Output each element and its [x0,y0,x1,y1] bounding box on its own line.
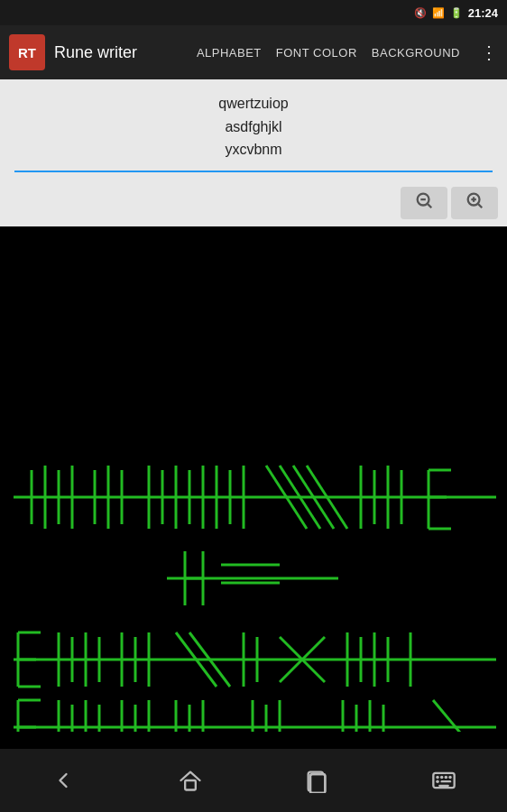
overflow-menu-icon[interactable]: ⋮ [480,42,498,63]
input-underline [14,171,493,172]
app-bar: RT Rune writer ALPHABET FONT COLOR BACKG… [0,25,507,79]
rune-svg [0,226,507,732]
battery-icon: 🔋 [450,7,463,19]
rune-canvas [0,226,507,732]
home-button[interactable] [168,758,213,803]
svg-rect-90 [310,774,325,793]
mute-icon: 🔇 [414,7,427,19]
text-input[interactable] [14,88,493,165]
zoom-out-icon [414,190,434,215]
nav-background[interactable]: BACKGROUND [372,46,460,60]
status-time: 21:24 [468,6,498,20]
content-area [0,79,507,183]
nav-bar [0,749,507,812]
svg-rect-7 [0,226,507,732]
zoom-in-button[interactable] [451,187,498,219]
nav-menu: ALPHABET FONT COLOR BACKGROUND ⋮ [197,42,498,63]
keyboard-button[interactable] [421,758,466,803]
svg-line-6 [478,204,482,208]
svg-rect-88 [185,780,196,790]
zoom-in-icon [465,190,484,215]
nav-alphabet[interactable]: ALPHABET [197,46,262,60]
svg-line-2 [428,204,431,208]
zoom-bar [0,183,507,226]
app-logo: RT [9,34,45,70]
status-bar: 🔇 📶 🔋 21:24 [0,0,507,25]
app-title: Rune writer [54,43,188,62]
zoom-out-button[interactable] [401,187,447,219]
wifi-icon: 📶 [432,7,445,19]
nav-font-color[interactable]: FONT COLOR [276,46,357,60]
recents-button[interactable] [294,758,339,803]
back-button[interactable] [41,758,86,803]
